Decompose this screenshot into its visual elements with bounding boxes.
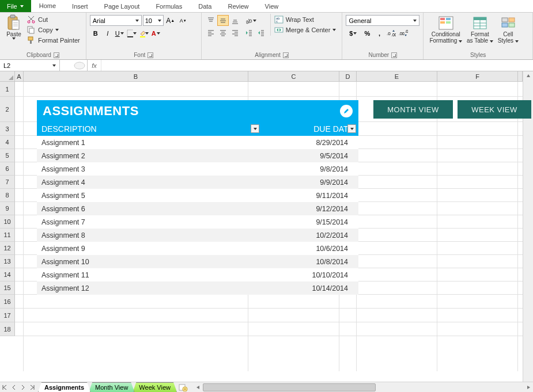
row-header-13[interactable]: 13 (0, 255, 15, 268)
tab-formulas[interactable]: Formulas (148, 0, 190, 12)
conditional-formatting-button[interactable]: Conditional Formatting (427, 14, 464, 45)
sheet-nav-last[interactable] (28, 383, 37, 392)
column-headers[interactable]: ABCDEF (15, 71, 523, 82)
row-header-2[interactable]: 2 (0, 97, 15, 122)
col-header-A[interactable]: A (15, 71, 24, 82)
cell-due-date[interactable]: 9/8/2014 (262, 162, 358, 176)
number-launcher[interactable] (391, 52, 397, 58)
week-view-button[interactable]: WEEK VIEW (458, 100, 531, 119)
col-header-description[interactable]: DESCRIPTION (37, 122, 262, 136)
decrease-decimal-button[interactable]: .00.0 (398, 28, 409, 39)
file-tab[interactable]: File (0, 0, 31, 12)
cell-description[interactable]: Assignment 11 (37, 268, 262, 281)
cell-due-date[interactable]: 8/29/2014 (262, 136, 358, 149)
tab-home[interactable]: Home (31, 0, 64, 12)
col-header-B[interactable]: B (24, 71, 248, 82)
orientation-button[interactable]: ab (243, 15, 258, 26)
font-color-button[interactable]: A (150, 28, 162, 39)
cell-due-date[interactable]: 9/15/2014 (262, 215, 358, 229)
row-header-17[interactable]: 17 (0, 309, 15, 322)
cell-due-date[interactable]: 10/14/2014 (262, 281, 358, 295)
row-header-7[interactable]: 7 (0, 176, 15, 189)
paste-button[interactable]: Paste (3, 14, 24, 41)
cell-due-date[interactable]: 9/12/2014 (262, 202, 358, 215)
row-headers[interactable]: 123456789101112131415161718 (0, 82, 15, 371)
cell-description[interactable]: Assignment 6 (37, 202, 262, 215)
cell-description[interactable]: Assignment 10 (37, 255, 262, 268)
month-view-button[interactable]: MONTH VIEW (373, 100, 453, 119)
underline-button[interactable]: U (114, 28, 126, 39)
horizontal-scrollbar[interactable] (194, 382, 533, 392)
col-header-due-date[interactable]: DUE DATE (262, 122, 358, 136)
sheet-tab-week-view[interactable]: Week View (133, 382, 177, 392)
align-bottom-button[interactable] (229, 15, 241, 26)
table-row[interactable]: Assignment 29/5/2014 (37, 149, 358, 162)
format-painter-button[interactable]: Format Painter (27, 36, 80, 45)
cell-description[interactable]: Assignment 1 (37, 136, 262, 149)
italic-button[interactable]: I (102, 28, 114, 39)
col-header-D[interactable]: D (339, 71, 357, 82)
cell-description[interactable]: Assignment 2 (37, 149, 262, 162)
table-row[interactable]: Assignment 18/29/2014 (37, 136, 358, 149)
cell-description[interactable]: Assignment 5 (37, 189, 262, 202)
cell-due-date[interactable]: 10/6/2014 (262, 242, 358, 255)
sheet-tab-assignments[interactable]: Assignments (38, 382, 90, 392)
font-launcher[interactable] (148, 52, 153, 58)
filter-button-description[interactable] (251, 124, 259, 133)
border-button[interactable] (126, 28, 138, 39)
col-header-C[interactable]: C (248, 71, 339, 82)
tab-page-layout[interactable]: Page Layout (96, 0, 148, 12)
merge-center-button[interactable]: Merge & Center (274, 25, 337, 35)
percent-format-button[interactable]: % (361, 28, 373, 39)
table-row[interactable]: Assignment 79/15/2014 (37, 215, 358, 229)
cell-description[interactable]: Assignment 9 (37, 242, 262, 255)
cut-button[interactable]: Cut (27, 15, 80, 24)
cell-due-date[interactable]: 9/5/2014 (262, 149, 358, 162)
table-row[interactable]: Assignment 49/9/2014 (37, 176, 358, 189)
row-header-16[interactable]: 16 (0, 295, 15, 309)
row-header-6[interactable]: 6 (0, 162, 15, 176)
font-name-select[interactable]: Arial (90, 15, 142, 26)
row-header-9[interactable]: 9 (0, 202, 15, 215)
row-header-10[interactable]: 10 (0, 215, 15, 229)
row-header-12[interactable]: 12 (0, 242, 15, 255)
align-left-button[interactable] (205, 27, 217, 38)
row-header-3[interactable]: 3 (0, 122, 15, 136)
cell-styles-button[interactable]: Cell Styles (496, 14, 521, 45)
bold-button[interactable]: B (90, 28, 101, 39)
cells-area[interactable]: ASSIGNMENTS DESCRIPTION DUE DATE Assignm… (15, 82, 523, 371)
filter-button-due-date[interactable] (347, 124, 356, 133)
table-row[interactable]: Assignment 59/11/2014 (37, 189, 358, 202)
col-header-E[interactable]: E (357, 71, 437, 82)
increase-indent-button[interactable] (255, 27, 267, 38)
align-top-button[interactable] (205, 15, 217, 26)
select-all-corner[interactable] (0, 71, 15, 82)
align-center-button[interactable] (217, 27, 229, 38)
increase-font-button[interactable]: A▲ (165, 15, 176, 26)
fill-color-button[interactable] (138, 28, 150, 39)
row-header-8[interactable]: 8 (0, 189, 15, 202)
row-header-1[interactable]: 1 (0, 82, 15, 97)
spreadsheet-grid[interactable]: ABCDEF 123456789101112131415161718 ASSIG… (0, 71, 533, 382)
sheet-nav-prev[interactable] (9, 383, 18, 392)
tab-review[interactable]: Review (220, 0, 256, 12)
row-header-5[interactable]: 5 (0, 149, 15, 162)
cell-due-date[interactable]: 9/11/2014 (262, 189, 358, 202)
cell-description[interactable]: Assignment 3 (37, 162, 262, 176)
table-row[interactable]: Assignment 810/2/2014 (37, 229, 358, 242)
row-header-18[interactable]: 18 (0, 322, 15, 336)
cell-due-date[interactable]: 10/2/2014 (262, 229, 358, 242)
sheet-tab-month-view[interactable]: Month View (89, 382, 134, 392)
cell-description[interactable]: Assignment 4 (37, 176, 262, 189)
alignment-launcher[interactable] (283, 52, 289, 58)
table-row[interactable]: Assignment 1110/10/2014 (37, 268, 358, 281)
cell-due-date[interactable]: 10/10/2014 (262, 268, 358, 281)
format-as-table-button[interactable]: Format as Table (464, 14, 496, 45)
copy-button[interactable]: Copy (27, 25, 80, 35)
sheet-nav-first[interactable] (0, 383, 9, 392)
fx-icon[interactable]: fx (88, 60, 101, 71)
cell-due-date[interactable]: 10/8/2014 (262, 255, 358, 268)
accounting-format-button[interactable]: $ (346, 28, 361, 39)
cell-description[interactable]: Assignment 8 (37, 229, 262, 242)
col-header-F[interactable]: F (437, 71, 518, 82)
